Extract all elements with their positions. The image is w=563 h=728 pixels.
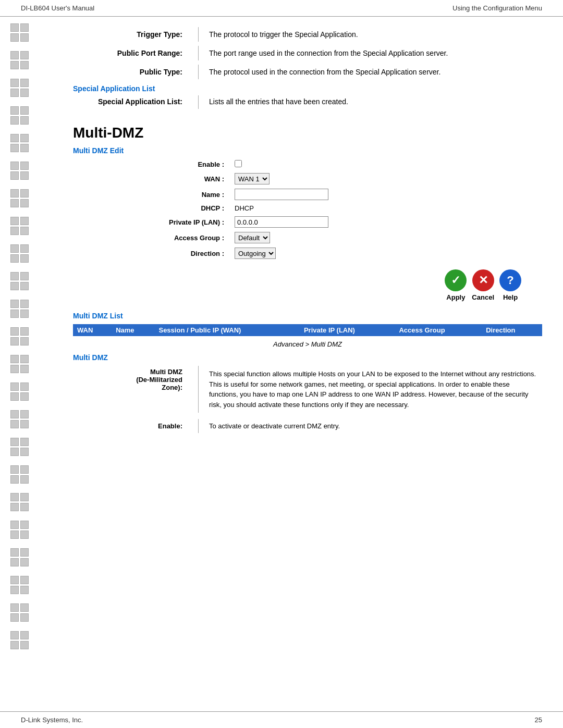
- direction-control: Outgoing Incoming Both: [235, 248, 276, 259]
- page-header: DI-LB604 User's Manual Using the Configu…: [0, 0, 563, 17]
- footer-left: D-Link Systems, Inc.: [21, 716, 83, 724]
- sq-block-17: [10, 465, 42, 484]
- th-wan: WAN: [73, 324, 112, 336]
- header-left: DI-LB604 User's Manual: [21, 4, 94, 12]
- dhcp-value: DHCP: [235, 204, 254, 212]
- sq-block-4: [10, 106, 42, 125]
- cancel-icon: ✕: [472, 269, 494, 291]
- sq-block-20: [10, 548, 42, 566]
- public-port-range-table: Public Port Range: The port range used i…: [73, 46, 542, 60]
- th-direction: Direction: [482, 324, 542, 336]
- main-content: Trigger Type: The protocol to trigger th…: [52, 17, 563, 468]
- name-label: Name :: [125, 191, 229, 199]
- sq-block-6: [10, 162, 42, 180]
- private-ip-control: [235, 216, 328, 228]
- sq-block-2: [10, 51, 42, 69]
- direction-select[interactable]: Outgoing Incoming Both: [235, 248, 276, 259]
- access-group-row: Access Group : Default: [125, 232, 542, 243]
- th-private-ip: Private IP (LAN): [300, 324, 395, 336]
- wan-select[interactable]: WAN 1 WAN 2 WAN 3 WAN 4: [235, 173, 270, 184]
- dmz-list-table: WAN Name Session / Public IP (WAN) Priva…: [73, 324, 542, 336]
- multidmz-edit-heading: Multi DMZ Edit: [73, 146, 542, 155]
- special-app-list-table: Special Application List: Lists all the …: [73, 95, 542, 109]
- sq-block-12: [10, 327, 42, 346]
- enable-label: Enable :: [125, 161, 229, 168]
- dmz-table-header-row: WAN Name Session / Public IP (WAN) Priva…: [73, 324, 542, 336]
- special-app-list-label: Special Application List:: [73, 95, 188, 109]
- action-buttons: ✓ Apply ✕ Cancel ? Help: [125, 269, 521, 301]
- multi-dmz-section-heading: Multi DMZ: [73, 353, 542, 362]
- name-control: [235, 189, 328, 200]
- help-icon: ?: [499, 269, 521, 291]
- public-port-range-row: Public Port Range: The port range used i…: [73, 46, 542, 60]
- public-port-range-desc: The port range used in the connection fr…: [199, 46, 543, 60]
- public-port-range-label: Public Port Range:: [73, 46, 188, 60]
- sq-block-19: [10, 521, 42, 539]
- sq-block-23: [10, 631, 42, 649]
- th-session: Session / Public IP (WAN): [154, 324, 299, 336]
- wan-label: WAN :: [125, 175, 229, 183]
- access-group-label: Access Group :: [125, 234, 229, 242]
- public-type-label: Public Type:: [73, 65, 188, 79]
- left-decoration: [10, 23, 42, 705]
- trigger-type-desc: The protocol to trigger the Special Appl…: [199, 27, 543, 42]
- multi-dmz-desc-table: Multi DMZ (De-Militarized Zone): This sp…: [73, 366, 542, 413]
- sq-block-13: [10, 355, 42, 373]
- th-access-group: Access Group: [395, 324, 482, 336]
- private-ip-input[interactable]: [235, 216, 328, 228]
- private-ip-label: Private IP (LAN) :: [125, 218, 229, 226]
- apply-icon: ✓: [445, 269, 467, 291]
- sq-block-22: [10, 603, 42, 622]
- multidmz-list-section: Multi DMZ List WAN Name Session / Public…: [73, 312, 542, 433]
- multi-dmz-desc: This special function allows multiple Ho…: [199, 366, 543, 413]
- cancel-button[interactable]: ✕ Cancel: [472, 269, 494, 301]
- page-wrapper: DI-LB604 User's Manual Using the Configu…: [0, 0, 563, 728]
- dhcp-label: DHCP :: [125, 204, 229, 212]
- sq-block-18: [10, 493, 42, 511]
- name-input[interactable]: [235, 189, 328, 200]
- th-name: Name: [112, 324, 154, 336]
- enable-row: Enable :: [125, 160, 542, 169]
- wan-row: WAN : WAN 1 WAN 2 WAN 3 WAN 4: [125, 173, 542, 184]
- trigger-type-table: Trigger Type: The protocol to trigger th…: [73, 27, 542, 42]
- multidmz-form: Enable : WAN : WAN 1 WAN 2 WAN 3 WAN 4: [125, 160, 542, 301]
- header-right: Using the Configuration Menu: [452, 4, 542, 12]
- multi-dmz-label: Multi DMZ (De-Militarized Zone):: [73, 366, 188, 413]
- table-caption: Advanced > Multi DMZ: [73, 340, 542, 348]
- sq-block-14: [10, 382, 42, 401]
- trigger-type-label: Trigger Type:: [73, 27, 188, 42]
- enable2-row: Enable: To activate or deactivate curren…: [73, 419, 542, 433]
- multidmz-heading: Multi-DMZ: [73, 125, 542, 141]
- private-ip-row: Private IP (LAN) :: [125, 216, 542, 228]
- multi-dmz-desc-row: Multi DMZ (De-Militarized Zone): This sp…: [73, 366, 542, 413]
- access-group-select[interactable]: Default: [235, 232, 270, 243]
- cancel-label: Cancel: [472, 293, 494, 301]
- multidmz-list-heading: Multi DMZ List: [73, 312, 542, 320]
- sq-block-15: [10, 410, 42, 428]
- apply-button[interactable]: ✓ Apply: [445, 269, 467, 301]
- sq-block-21: [10, 576, 42, 594]
- sq-block-16: [10, 438, 42, 456]
- page-footer: D-Link Systems, Inc. 25: [0, 711, 563, 728]
- wan-control: WAN 1 WAN 2 WAN 3 WAN 4: [235, 173, 270, 184]
- sq-block-1: [10, 23, 42, 42]
- sq-block-9: [10, 244, 42, 263]
- apply-label: Apply: [446, 293, 465, 301]
- sq-block-11: [10, 300, 42, 318]
- enable-control: [235, 160, 242, 169]
- footer-right: 25: [535, 716, 542, 724]
- sq-block-10: [10, 272, 42, 290]
- enable2-table: Enable: To activate or deactivate curren…: [73, 419, 542, 433]
- direction-row: Direction : Outgoing Incoming Both: [125, 248, 542, 259]
- special-app-list-desc: Lists all the entries that have been cre…: [199, 95, 543, 109]
- enable2-label: Enable:: [73, 419, 188, 433]
- special-app-heading: Special Application List: [73, 84, 542, 93]
- enable-checkbox[interactable]: [235, 160, 242, 167]
- help-label: Help: [503, 293, 518, 301]
- public-type-table: Public Type: The protocol used in the co…: [73, 65, 542, 79]
- sq-block-7: [10, 189, 42, 207]
- enable2-desc: To activate or deactivate current DMZ en…: [199, 419, 543, 433]
- public-type-desc: The protocol used in the connection from…: [199, 65, 543, 79]
- sq-block-3: [10, 79, 42, 97]
- help-button[interactable]: ? Help: [499, 269, 521, 301]
